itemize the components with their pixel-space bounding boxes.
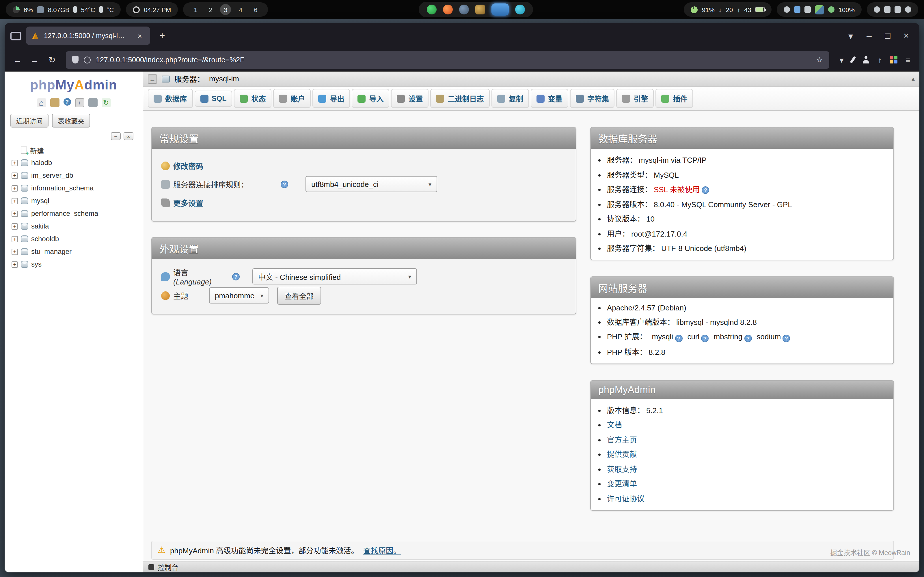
new-tab-button[interactable]: + (155, 28, 170, 43)
home-icon[interactable]: ⌂ (37, 98, 46, 107)
collapse-all-icon[interactable]: − (111, 132, 121, 140)
tree-item-schooldb[interactable]: + schooldb (11, 232, 143, 245)
tree-item-mysql[interactable]: + mysql (11, 195, 143, 207)
files-app-icon[interactable] (476, 5, 485, 15)
settings-gear-icon[interactable] (88, 98, 97, 107)
scroll-top-icon[interactable]: ▴ (911, 75, 915, 82)
extension-help-icon[interactable]: ? (701, 335, 709, 342)
messenger-app-icon[interactable] (515, 5, 525, 15)
tree-item-new-database[interactable]: 新建 (11, 143, 143, 156)
help-icon[interactable]: ? (63, 98, 71, 106)
theme-select[interactable]: pmahomme ▾ (209, 287, 269, 303)
tab-status[interactable]: 状态 (234, 89, 271, 108)
change-password-link[interactable]: 修改密码 (173, 160, 203, 171)
keyboard-icon[interactable] (895, 6, 901, 13)
browser-tab-active[interactable]: 127.0.0.1:5000 / mysql-im | p × (26, 27, 150, 45)
developer-tools-icon[interactable] (850, 56, 856, 63)
expand-icon[interactable]: + (11, 236, 18, 242)
tab-close-icon[interactable]: × (134, 31, 145, 41)
extension-help-icon[interactable]: ? (782, 335, 790, 342)
pocket-icon[interactable]: ▾ (840, 55, 844, 64)
tree-item-information_schema[interactable]: + information_schema (11, 182, 143, 195)
expand-icon[interactable]: + (11, 210, 18, 217)
ssl-help-icon[interactable]: ? (702, 186, 709, 194)
back-button[interactable]: ← (9, 52, 26, 68)
workspace-4[interactable]: 4 (235, 4, 246, 15)
expand-icon[interactable]: + (11, 248, 18, 255)
changelog-link[interactable]: 变更清单 (607, 479, 637, 488)
chat-app-icon[interactable] (427, 5, 437, 15)
clock-widget[interactable]: 04:27 PM (126, 2, 178, 17)
expand-icon[interactable]: + (11, 261, 18, 268)
tab-plugins[interactable]: 插件 (656, 89, 693, 108)
tab-sql[interactable]: SQL (194, 90, 232, 106)
find-out-why-link[interactable]: 查找原因。 (363, 545, 401, 555)
workspace-1[interactable]: 1 (190, 4, 201, 15)
expand-icon[interactable]: + (11, 160, 18, 166)
official-homepage-link[interactable]: 官方主页 (607, 435, 637, 444)
view-all-themes-button[interactable]: 查看全部 (277, 287, 321, 305)
tree-item-sakila[interactable]: + sakila (11, 220, 143, 232)
tab-binary-log[interactable]: 二进制日志 (431, 89, 490, 108)
tab-accounts[interactable]: 账户 (273, 89, 311, 108)
tab-import[interactable]: 导入 (352, 89, 389, 108)
workspace-2[interactable]: 2 (205, 4, 216, 15)
share-icon[interactable]: ↑ (878, 55, 882, 64)
firefox-view-icon[interactable] (10, 31, 21, 40)
documentation-link[interactable]: 文档 (607, 421, 622, 429)
tab-replication[interactable]: 复制 (491, 89, 529, 108)
favorite-tables-button[interactable]: 表收藏夹 (52, 114, 90, 127)
tab-variables[interactable]: 变量 (531, 89, 568, 108)
display-icon[interactable] (884, 6, 890, 13)
tab-databases[interactable]: 数据库 (148, 89, 192, 108)
tree-item-im_server_db[interactable]: + im_server_db (11, 169, 143, 182)
workspace-6[interactable]: 6 (250, 4, 261, 15)
terminal-app-icon[interactable] (459, 5, 469, 15)
wifi-icon[interactable] (783, 6, 790, 13)
console-bar[interactable]: 控制台 (143, 561, 919, 572)
license-link[interactable]: 许可证协议 (607, 494, 645, 503)
contribute-link[interactable]: 提供贡献 (607, 450, 637, 459)
workspace-3-active[interactable]: 3 (220, 4, 231, 15)
tree-item-stu_manager[interactable]: + stu_manager (11, 245, 143, 258)
extension-icon[interactable] (890, 56, 897, 63)
expand-icon[interactable]: + (11, 198, 18, 204)
expand-icon[interactable]: + (11, 223, 18, 229)
account-icon[interactable] (862, 56, 870, 63)
minimize-button[interactable]: – (862, 28, 877, 43)
tab-engines[interactable]: 引擎 (617, 89, 654, 108)
maximize-button[interactable]: □ (880, 28, 895, 43)
language-select[interactable]: 中文 - Chinese simplified ▾ (252, 268, 417, 284)
url-text[interactable]: 127.0.0.1:5000/index.php?route=/&route=%… (96, 56, 811, 64)
collation-help-icon[interactable]: ? (281, 180, 288, 188)
browser-app-icon[interactable] (443, 5, 453, 15)
bookmark-star-icon[interactable]: ☆ (816, 55, 823, 64)
tree-item-halodb[interactable]: + halodb (11, 156, 143, 169)
bluetooth-icon[interactable] (794, 6, 800, 13)
tab-settings[interactable]: 设置 (391, 89, 429, 108)
extension-help-icon[interactable]: ? (675, 335, 682, 342)
link-databases-icon[interactable]: ∞ (124, 132, 133, 140)
phpmyadmin-logo[interactable]: phpMyAdmin (5, 71, 143, 94)
expand-icon[interactable]: + (11, 185, 18, 191)
volume-icon[interactable] (804, 6, 811, 13)
tree-item-sys[interactable]: + sys (11, 258, 143, 271)
tab-export[interactable]: 导出 (313, 89, 350, 108)
list-tabs-icon[interactable]: ▾ (843, 28, 858, 43)
get-support-link[interactable]: 获取支持 (607, 465, 637, 474)
power-icon[interactable] (905, 6, 911, 13)
site-security-icon[interactable] (84, 56, 90, 63)
refresh-icon[interactable]: ↻ (101, 98, 111, 107)
collapse-sidebar-icon[interactable]: ← (148, 74, 157, 83)
user-avatar[interactable] (815, 5, 824, 14)
more-settings-link[interactable]: 更多设置 (173, 197, 203, 208)
tree-item-performance_schema[interactable]: + performance_schema (11, 207, 143, 220)
active-app-icon[interactable] (492, 3, 509, 16)
reload-button[interactable]: ↻ (44, 52, 60, 68)
collation-select[interactable]: utf8mb4_unicode_ci ▾ (305, 176, 437, 192)
documentation-icon[interactable]: i (75, 98, 84, 107)
tab-charsets[interactable]: 字符集 (570, 89, 615, 108)
language-help-icon[interactable]: ? (232, 272, 240, 280)
tracking-protection-icon[interactable] (72, 56, 79, 63)
logout-icon[interactable] (50, 98, 59, 107)
